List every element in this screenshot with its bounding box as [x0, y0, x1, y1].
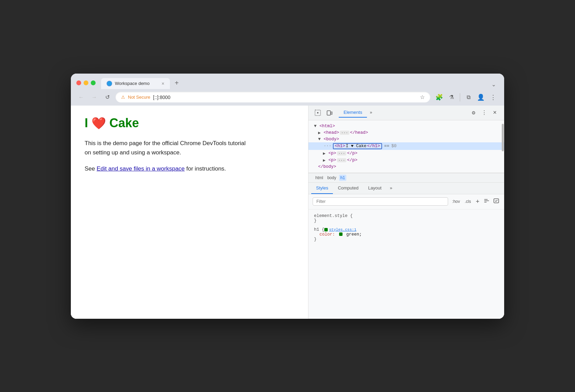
profile-icon[interactable]: 👤 — [475, 92, 486, 103]
dom-toggle-html[interactable]: ▼ — [314, 124, 318, 129]
css-color-swatch[interactable] — [339, 232, 343, 236]
dom-ellipsis-head[interactable]: ··· — [340, 131, 349, 135]
dom-line-p2[interactable]: ▶ <p> ··· </p> — [308, 157, 504, 164]
devtools-more-button[interactable]: ⋮ — [480, 108, 488, 118]
tab-close-button[interactable]: × — [162, 81, 164, 86]
breadcrumb-html[interactable]: html — [314, 175, 325, 181]
styles-filter-input[interactable] — [313, 197, 448, 206]
dom-section: ▼ <html> ▶ <head> ··· </head> ▼ — [308, 120, 504, 173]
dom-toggle-p2[interactable]: ▶ — [323, 157, 327, 163]
workspace-link[interactable]: Edit and save files in a workspace — [97, 165, 185, 172]
css-element-style-selector: element.style { — [314, 214, 499, 218]
forward-button[interactable]: → — [89, 92, 99, 102]
dom-scrollbar-thumb — [502, 124, 504, 151]
dom-line-head[interactable]: ▶ <head> ··· </head> — [308, 129, 504, 136]
css-h1-source-link[interactable]: styles.css:1 — [324, 228, 356, 232]
title-bar: 🌐 Workspace demo × + ⌄ — [71, 74, 504, 89]
breadcrumb-body[interactable]: body — [326, 175, 338, 181]
dom-tag-h1-close: </h1> — [367, 144, 380, 149]
dom-line-h1[interactable]: ··· <h1>I ♥ Cake</h1> == $0 — [308, 142, 504, 150]
minimize-button[interactable] — [84, 80, 88, 85]
styles-tab-computed[interactable]: Computed — [333, 183, 363, 194]
dom-ellipsis-p1[interactable]: ··· — [337, 151, 347, 155]
address-bar: ← → ↺ ⚠ Not Secure [::]:8000 ☆ 🧩 ⚗ ⧉ 👤 ⋮ — [71, 89, 504, 106]
page-heading: I ❤️ Cake — [85, 116, 294, 130]
dom-tag-head-close: </head> — [350, 130, 368, 135]
svg-rect-4 — [484, 199, 488, 200]
dom-tag-p1-open: <p> — [328, 151, 336, 156]
tab-favicon: 🌐 — [107, 81, 112, 86]
filter-toggle-icon[interactable] — [492, 197, 500, 206]
close-button[interactable] — [76, 80, 81, 85]
split-icon[interactable]: ⧉ — [463, 92, 474, 103]
css-h1-close: } — [314, 237, 499, 242]
dom-toggle-head[interactable]: ▶ — [318, 130, 322, 135]
tab-title: Workspace demo — [115, 81, 150, 86]
dom-toggle-body[interactable]: ▼ — [318, 137, 322, 142]
devtools-settings-button[interactable]: ⚙ — [468, 108, 479, 118]
css-element-style-close: } — [314, 218, 499, 223]
dom-equals-sign: == — [384, 144, 389, 149]
body-text-2-suffix: for instructions. — [185, 165, 226, 172]
heart-icon: ❤️ — [91, 116, 106, 130]
url-text: [::]:8000 — [153, 95, 171, 100]
dom-scrollbar[interactable] — [501, 120, 504, 173]
filter-hov-button[interactable]: :hov — [451, 198, 462, 205]
devtools-tab-list: Elements » — [339, 108, 375, 118]
tab-menu-button[interactable]: ⌄ — [489, 80, 499, 89]
styles-tab-styles[interactable]: Styles — [311, 183, 333, 194]
dom-tag-body-close: </body> — [318, 164, 336, 169]
device-toggle-button[interactable] — [324, 108, 335, 118]
css-color-value: green; — [346, 232, 362, 237]
active-tab[interactable]: 🌐 Workspace demo × — [101, 78, 170, 89]
dom-line-body-close[interactable]: </body> — [308, 164, 504, 170]
filter-add-button[interactable]: + — [474, 197, 481, 206]
styles-panel: Styles Computed Layout » :hov .cls + — [308, 183, 504, 319]
toolbar-icons: 🧩 ⚗ ⧉ 👤 ⋮ — [434, 92, 499, 103]
css-color-property: color: — [319, 232, 335, 237]
dom-toggle-p1[interactable]: ▶ — [323, 151, 327, 156]
dom-tag-h1-open: <h1> — [335, 144, 345, 149]
security-warning-icon: ⚠ — [121, 95, 125, 100]
devtools-tabs-more[interactable]: » — [367, 108, 375, 117]
dom-tag-p1-close: </p> — [347, 151, 357, 156]
experiments-icon[interactable]: ⚗ — [446, 92, 457, 103]
browser-window: 🌐 Workspace demo × + ⌄ ← → ↺ ⚠ Not Secur… — [71, 74, 504, 319]
dom-tag-head-open: <head> — [324, 130, 339, 135]
extensions-icon[interactable]: 🧩 — [434, 92, 445, 103]
body-paragraph-2: See Edit and save files in a workspace f… — [85, 164, 250, 173]
dom-dollar: $0 — [391, 144, 397, 149]
filter-computed-icon[interactable] — [483, 197, 490, 206]
css-source-filename: styles.css:1 — [329, 228, 356, 232]
url-bar[interactable]: ⚠ Not Secure [::]:8000 ☆ — [116, 92, 430, 102]
styles-tab-layout[interactable]: Layout — [363, 183, 386, 194]
styles-tabs-more[interactable]: » — [387, 183, 395, 194]
css-close-brace-1: } — [314, 218, 317, 223]
dom-line-p1[interactable]: ▶ <p> ··· </p> — [308, 150, 504, 157]
bookmark-icon[interactable]: ☆ — [420, 94, 425, 100]
security-label: Not Secure — [128, 95, 150, 100]
styles-tab-bar: Styles Computed Layout » — [308, 183, 504, 194]
css-close-brace-2: } — [314, 237, 317, 242]
chrome-menu-button[interactable]: ⋮ — [488, 92, 499, 103]
maximize-button[interactable] — [91, 80, 96, 85]
breadcrumb-h1[interactable]: h1 — [339, 175, 346, 181]
css-selector-text: element.style { — [314, 214, 353, 218]
dom-tag-p2-open: <p> — [328, 158, 336, 163]
dom-line-body[interactable]: ▼ <body> — [308, 136, 504, 142]
css-element-style-block: element.style { } — [308, 212, 504, 226]
reload-button[interactable]: ↺ — [102, 92, 112, 102]
devtools-close-button[interactable]: × — [490, 108, 500, 118]
inspect-element-button[interactable] — [313, 108, 323, 118]
dom-ellipsis-p2[interactable]: ··· — [337, 158, 347, 162]
heading-text-cake: Cake — [109, 116, 139, 130]
back-button[interactable]: ← — [76, 92, 86, 102]
svg-rect-2 — [327, 111, 330, 115]
filter-cls-button[interactable]: .cls — [463, 198, 472, 205]
dom-line-html[interactable]: ▼ <html> — [308, 123, 504, 129]
svg-rect-3 — [331, 112, 332, 115]
styles-filter-buttons: :hov .cls + — [451, 197, 500, 206]
devtools-tab-elements[interactable]: Elements — [339, 108, 367, 118]
page-content: I ❤️ Cake This is the demo page for the … — [71, 106, 308, 319]
new-tab-button[interactable]: + — [171, 77, 182, 89]
